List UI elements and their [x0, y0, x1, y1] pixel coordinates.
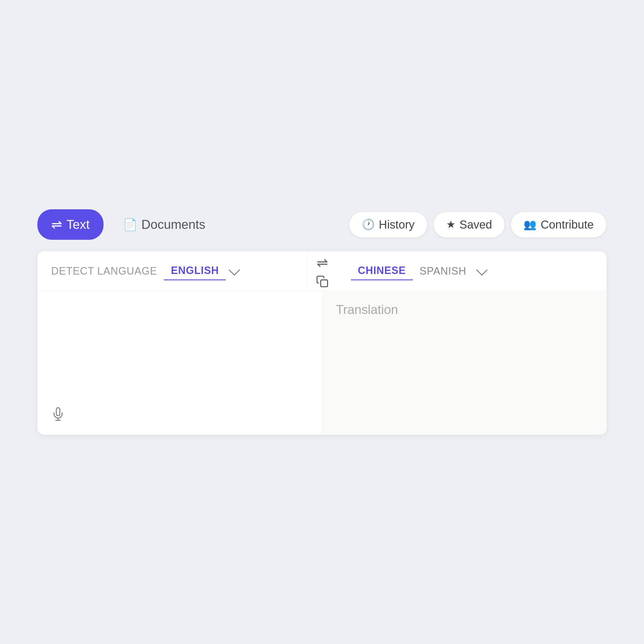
copy-icon[interactable]	[316, 275, 329, 288]
translation-panel: DETECT LANGUAGE ENGLISH ⇌ CHINESE	[37, 251, 607, 435]
document-icon: 📄	[123, 218, 137, 231]
source-text-input[interactable]	[51, 302, 308, 412]
target-language-panel: CHINESE SPANISH	[337, 251, 607, 291]
language-selector-row: DETECT LANGUAGE ENGLISH ⇌ CHINESE	[37, 251, 607, 291]
text-tab-button[interactable]: ⇌ Text	[37, 209, 103, 240]
microphone-icon[interactable]	[51, 407, 65, 424]
input-area	[37, 291, 322, 435]
source-language-panel: DETECT LANGUAGE ENGLISH	[37, 251, 307, 291]
swap-copy-container: ⇌	[307, 254, 337, 288]
people-icon: 👥	[524, 219, 536, 231]
source-language-dropdown[interactable]	[226, 265, 243, 277]
output-area: Translation	[322, 291, 607, 435]
text-areas-row: Translation	[37, 291, 607, 435]
source-language-active[interactable]: ENGLISH	[164, 262, 226, 280]
documents-tab-button[interactable]: 📄 Documents	[109, 210, 219, 239]
translation-placeholder: Translation	[336, 302, 398, 317]
star-icon: ★	[446, 219, 455, 231]
contribute-label: Contribute	[541, 218, 594, 231]
chevron-down-icon	[229, 264, 240, 276]
target-language-dropdown[interactable]	[473, 265, 490, 277]
history-icon: 🕐	[362, 219, 375, 231]
text-tab-label: Text	[66, 217, 90, 232]
svg-rect-0	[321, 280, 327, 287]
history-label: History	[379, 218, 415, 231]
target-language-active[interactable]: CHINESE	[351, 262, 413, 280]
documents-tab-label: Documents	[141, 217, 206, 232]
history-button[interactable]: 🕐 History	[349, 212, 428, 238]
detect-language-option[interactable]: DETECT LANGUAGE	[51, 262, 164, 280]
top-nav: ⇌ Text 📄 Documents 🕐 History ★ Saved 👥 C…	[37, 209, 607, 240]
saved-button[interactable]: ★ Saved	[433, 212, 505, 238]
app-container: ⇌ Text 📄 Documents 🕐 History ★ Saved 👥 C…	[20, 192, 624, 452]
contribute-button[interactable]: 👥 Contribute	[511, 212, 607, 238]
nav-right: 🕐 History ★ Saved 👥 Contribute	[349, 212, 607, 238]
translate-icon: ⇌	[51, 217, 62, 232]
target-language-secondary[interactable]: SPANISH	[413, 262, 473, 280]
saved-label: Saved	[459, 218, 492, 231]
nav-left: ⇌ Text 📄 Documents	[37, 209, 219, 240]
chevron-down-icon-right	[476, 264, 488, 276]
swap-languages-icon[interactable]: ⇌	[317, 254, 328, 271]
